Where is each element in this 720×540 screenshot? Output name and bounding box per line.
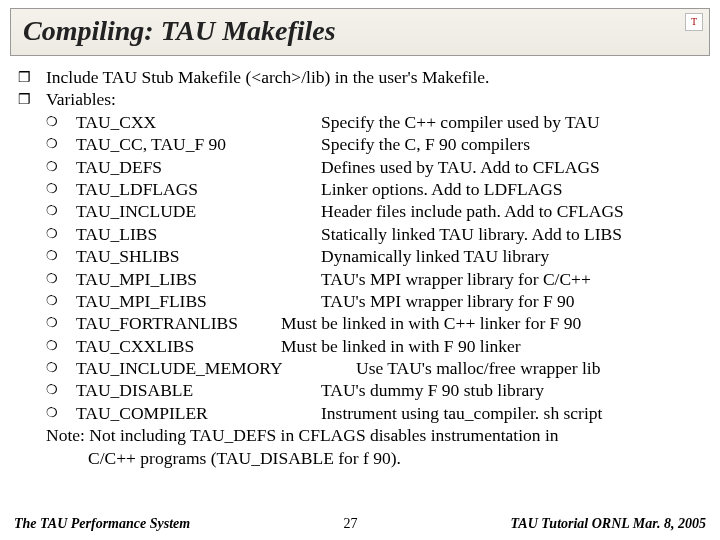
variable-text: TAU_INCLUDE_MEMORYUse TAU's malloc/free … [76,357,600,379]
variable-name: TAU_LDFLAGS [76,178,321,200]
title-bar: Compiling: TAU Makefiles T [10,8,710,56]
item-text: Include TAU Stub Makefile (<arch>/lib) i… [46,66,702,88]
variable-row: ❍TAU_DISABLETAU's dummy F 90 stub librar… [18,379,702,401]
circle-bullet-icon: ❍ [46,178,76,200]
variable-row: ❍TAU_INCLUDEHeader files include path. A… [18,200,702,222]
variable-name: TAU_MPI_FLIBS [76,290,321,312]
variable-row: ❍TAU_MPI_FLIBSTAU's MPI wrapper library … [18,290,702,312]
variable-name: TAU_CXXLIBS [76,335,281,357]
variable-desc: Statically linked TAU library. Add to LI… [321,224,622,244]
circle-bullet-icon: ❍ [46,133,76,155]
variable-desc: TAU's MPI wrapper library for C/C++ [321,269,591,289]
variable-text: TAU_CXXLIBSMust be linked in with F 90 l… [76,335,521,357]
variable-row: ❍TAU_CC, TAU_F 90Specify the C, F 90 com… [18,133,702,155]
variable-name: TAU_DEFS [76,156,321,178]
variable-desc: Dynamically linked TAU library [321,246,549,266]
footer: The TAU Performance System 27 TAU Tutori… [0,516,720,532]
variable-desc: Must be linked in with F 90 linker [281,336,521,356]
circle-bullet-icon: ❍ [46,335,76,357]
variable-text: TAU_MPI_FLIBSTAU's MPI wrapper library f… [76,290,575,312]
variable-text: TAU_MPI_LIBSTAU's MPI wrapper library fo… [76,268,591,290]
variable-text: TAU_DEFSDefines used by TAU. Add to CFLA… [76,156,600,178]
variable-desc: TAU's dummy F 90 stub library [321,380,544,400]
item-text: Variables: [46,88,702,110]
variable-desc: Use TAU's malloc/free wrapper lib [356,358,600,378]
note-line: C/C++ programs (TAU_DISABLE for f 90). [18,447,702,469]
variable-name: TAU_LIBS [76,223,321,245]
variable-text: TAU_CXXSpecify the C++ compiler used by … [76,111,600,133]
variable-name: TAU_DISABLE [76,379,321,401]
circle-bullet-icon: ❍ [46,223,76,245]
variable-row: ❍TAU_DEFSDefines used by TAU. Add to CFL… [18,156,702,178]
variable-row: ❍TAU_CXXLIBSMust be linked in with F 90 … [18,335,702,357]
square-bullet-icon: ❒ [18,88,46,110]
variable-desc: TAU's MPI wrapper library for F 90 [321,291,575,311]
variable-row: ❍TAU_FORTRANLIBSMust be linked in with C… [18,312,702,334]
circle-bullet-icon: ❍ [46,268,76,290]
footer-left: The TAU Performance System [14,516,190,532]
note-line: Note: Not including TAU_DEFS in CFLAGS d… [18,424,702,446]
circle-bullet-icon: ❍ [46,290,76,312]
variable-name: TAU_CXX [76,111,321,133]
variable-name: TAU_CC, TAU_F 90 [76,133,321,155]
variable-text: TAU_CC, TAU_F 90Specify the C, F 90 comp… [76,133,530,155]
footer-right: TAU Tutorial ORNL Mar. 8, 2005 [511,516,706,532]
variable-desc: Must be linked in with C++ linker for F … [281,313,581,333]
variables-list: ❍TAU_CXXSpecify the C++ compiler used by… [18,111,702,424]
variable-name: TAU_INCLUDE_MEMORY [76,357,356,379]
variable-name: TAU_FORTRANLIBS [76,312,281,334]
variable-row: ❍TAU_MPI_LIBSTAU's MPI wrapper library f… [18,268,702,290]
circle-bullet-icon: ❍ [46,156,76,178]
variable-text: TAU_COMPILERInstrument using tau_compile… [76,402,602,424]
variable-desc: Linker options. Add to LDFLAGS [321,179,563,199]
circle-bullet-icon: ❍ [46,357,76,379]
tau-logo-icon: T [685,13,703,31]
variable-row: ❍TAU_LDFLAGSLinker options. Add to LDFLA… [18,178,702,200]
circle-bullet-icon: ❍ [46,402,76,424]
variable-row: ❍TAU_SHLIBSDynamically linked TAU librar… [18,245,702,267]
slide-content: ❒ Include TAU Stub Makefile (<arch>/lib)… [0,56,720,469]
variable-row: ❍TAU_COMPILERInstrument using tau_compil… [18,402,702,424]
variable-name: TAU_COMPILER [76,402,321,424]
variable-desc: Defines used by TAU. Add to CFLAGS [321,157,600,177]
variable-text: TAU_DISABLETAU's dummy F 90 stub library [76,379,544,401]
variable-text: TAU_LDFLAGSLinker options. Add to LDFLAG… [76,178,563,200]
variable-name: TAU_SHLIBS [76,245,321,267]
variable-text: TAU_LIBSStatically linked TAU library. A… [76,223,622,245]
variable-text: TAU_SHLIBSDynamically linked TAU library [76,245,549,267]
variable-text: TAU_FORTRANLIBSMust be linked in with C+… [76,312,581,334]
list-item: ❒ Variables: [18,88,702,110]
slide-title: Compiling: TAU Makefiles [23,15,336,46]
circle-bullet-icon: ❍ [46,379,76,401]
list-item: ❒ Include TAU Stub Makefile (<arch>/lib)… [18,66,702,88]
circle-bullet-icon: ❍ [46,200,76,222]
variable-row: ❍TAU_CXXSpecify the C++ compiler used by… [18,111,702,133]
circle-bullet-icon: ❍ [46,111,76,133]
variable-name: TAU_MPI_LIBS [76,268,321,290]
circle-bullet-icon: ❍ [46,245,76,267]
circle-bullet-icon: ❍ [46,312,76,334]
variable-desc: Specify the C, F 90 compilers [321,134,530,154]
variable-row: ❍TAU_LIBSStatically linked TAU library. … [18,223,702,245]
slide-number: 27 [343,516,357,532]
variable-desc: Header files include path. Add to CFLAGS [321,201,624,221]
variable-desc: Instrument using tau_compiler. sh script [321,403,602,423]
square-bullet-icon: ❒ [18,66,46,88]
variable-text: TAU_INCLUDEHeader files include path. Ad… [76,200,624,222]
variable-desc: Specify the C++ compiler used by TAU [321,112,600,132]
variable-row: ❍TAU_INCLUDE_MEMORYUse TAU's malloc/free… [18,357,702,379]
variable-name: TAU_INCLUDE [76,200,321,222]
